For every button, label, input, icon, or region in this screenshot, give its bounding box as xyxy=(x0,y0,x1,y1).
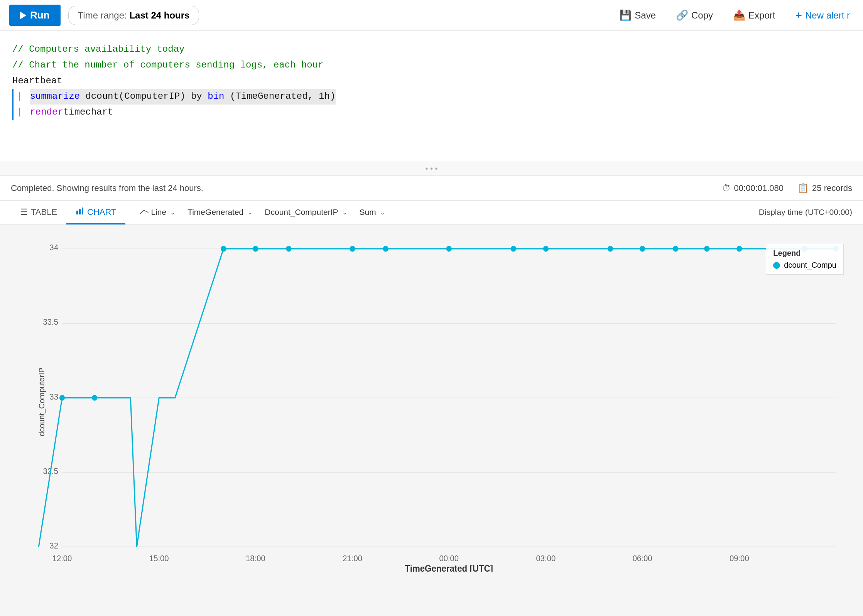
records-meta: 📋 25 records xyxy=(797,183,852,194)
time-range-label: Time range: xyxy=(78,10,127,20)
svg-point-25 xyxy=(253,246,258,251)
toolbar: Run Time range: Last 24 hours 💾 Save 🔗 C… xyxy=(0,0,863,31)
clock-icon: ⏱ xyxy=(722,183,731,194)
legend-entry: dcount_Compu xyxy=(773,261,836,270)
view-tabs: ☰ TABLE CHART Line ⌄ TimeGenerated xyxy=(0,201,863,224)
code-line-1: // Computers availability today xyxy=(12,42,851,57)
code-summarize-line: summarize dcount(ComputerIP) by bin (Tim… xyxy=(30,89,335,105)
copy-button[interactable]: 🔗 Copy xyxy=(672,7,717,24)
copy-label: Copy xyxy=(691,10,713,21)
dcount-selector[interactable]: Dcount_ComputerIP ⌄ xyxy=(259,206,352,218)
drag-handle[interactable]: • • • xyxy=(0,162,863,176)
svg-point-24 xyxy=(221,246,226,251)
svg-text:03:00: 03:00 xyxy=(536,554,556,563)
y-axis-label: dcount_ComputerIP xyxy=(37,368,46,436)
table-icon: ☰ xyxy=(20,207,28,217)
svg-text:TimeGenerated [UTC]: TimeGenerated [UTC] xyxy=(405,563,493,572)
svg-rect-0 xyxy=(76,211,78,214)
svg-text:12:00: 12:00 xyxy=(52,554,72,563)
chevron-sum: ⌄ xyxy=(380,209,385,216)
copy-icon: 🔗 xyxy=(676,9,688,21)
new-alert-label: New alert r xyxy=(805,10,850,21)
duration-value: 00:00:01.080 xyxy=(734,183,784,193)
svg-text:34: 34 xyxy=(49,243,58,252)
new-alert-button[interactable]: + New alert r xyxy=(791,7,854,24)
legend-series-label: dcount_Compu xyxy=(784,261,836,270)
tab-chart[interactable]: CHART xyxy=(66,201,125,224)
chart-legend: Legend dcount_Compu xyxy=(766,244,844,275)
code-keyword-summarize: summarize xyxy=(30,91,80,101)
code-line-4: | summarize dcount(ComputerIP) by bin (T… xyxy=(12,89,851,105)
svg-point-36 xyxy=(736,246,742,251)
svg-point-30 xyxy=(511,246,516,251)
svg-point-33 xyxy=(640,246,645,251)
sum-selector[interactable]: Sum ⌄ xyxy=(354,206,390,218)
dcount-label: Dcount_ComputerIP xyxy=(265,208,338,217)
results-bar: Completed. Showing results from the last… xyxy=(0,176,863,201)
svg-point-40 xyxy=(92,395,97,401)
sum-label: Sum xyxy=(360,208,376,217)
records-value: 25 records xyxy=(812,183,852,193)
toolbar-actions: 💾 Save 🔗 Copy 📤 Export + New alert r xyxy=(615,7,854,24)
svg-point-35 xyxy=(704,246,709,251)
legend-dot xyxy=(773,262,780,269)
export-button[interactable]: 📤 Export xyxy=(729,7,779,24)
code-pipe-1: | xyxy=(12,89,26,105)
plus-icon: + xyxy=(795,9,802,22)
svg-rect-2 xyxy=(82,208,83,214)
inline-controls: Line ⌄ TimeGenerated ⌄ Dcount_ComputerIP… xyxy=(135,206,390,218)
code-comment-2: // Chart the number of computers sending… xyxy=(12,57,324,73)
svg-text:33.5: 33.5 xyxy=(43,317,58,327)
chart-svg: 34 33.5 33 32.5 32 12:00 15:00 18:00 21:… xyxy=(31,232,851,572)
time-range-selector[interactable]: Time range: Last 24 hours xyxy=(68,6,199,25)
export-label: Export xyxy=(748,10,775,21)
code-line-2: // Chart the number of computers sending… xyxy=(12,57,851,73)
chart-wrap: dcount_ComputerIP 34 33.5 33 32.5 32 12:… xyxy=(31,232,851,572)
chevron-timegen: ⌄ xyxy=(247,209,252,216)
chevron-line: ⌄ xyxy=(170,209,175,216)
display-time: Display time (UTC+00:00) xyxy=(759,208,852,217)
save-label: Save xyxy=(635,10,656,21)
svg-text:06:00: 06:00 xyxy=(633,554,652,563)
code-table: Heartbeat xyxy=(12,73,62,89)
time-range-value: Last 24 hours xyxy=(129,10,189,20)
svg-point-32 xyxy=(608,246,613,251)
duration-meta: ⏱ 00:00:01.080 xyxy=(722,183,784,194)
tab-table[interactable]: ☰ TABLE xyxy=(11,201,66,224)
svg-text:21:00: 21:00 xyxy=(343,554,362,563)
run-button[interactable]: Run xyxy=(9,5,61,26)
svg-line-3 xyxy=(140,210,144,214)
line-icon xyxy=(140,208,149,217)
code-bin-args: (TimeGenerated, 1h) xyxy=(230,91,336,101)
code-editor[interactable]: // Computers availability today // Chart… xyxy=(0,31,863,162)
records-icon: 📋 xyxy=(797,183,809,194)
code-keyword-render: render xyxy=(30,105,63,120)
svg-text:15:00: 15:00 xyxy=(149,554,169,563)
chart-container: dcount_ComputerIP 34 33.5 33 32.5 32 12:… xyxy=(0,224,863,595)
svg-point-39 xyxy=(59,395,65,401)
drag-dots: • • • xyxy=(425,164,437,173)
code-line-3: Heartbeat xyxy=(12,73,851,89)
svg-point-28 xyxy=(383,246,388,251)
save-button[interactable]: 💾 Save xyxy=(615,7,660,24)
svg-rect-1 xyxy=(79,209,81,214)
time-generated-selector[interactable]: TimeGenerated ⌄ xyxy=(182,206,258,218)
svg-point-31 xyxy=(543,246,549,251)
svg-text:09:00: 09:00 xyxy=(730,554,749,563)
svg-point-26 xyxy=(286,246,291,251)
run-label: Run xyxy=(30,9,50,21)
code-dcount: dcount(ComputerIP) by xyxy=(85,91,208,101)
tab-table-label: TABLE xyxy=(31,207,57,217)
legend-title: Legend xyxy=(773,249,836,258)
code-line-5: | render timechart xyxy=(12,105,851,120)
tab-chart-label: CHART xyxy=(87,207,116,217)
save-icon: 💾 xyxy=(619,9,632,21)
export-icon: 📤 xyxy=(733,9,745,21)
svg-point-34 xyxy=(673,246,678,251)
line-selector[interactable]: Line ⌄ xyxy=(135,206,181,218)
svg-text:18:00: 18:00 xyxy=(246,554,265,563)
code-comment-1: // Computers availability today xyxy=(12,42,184,57)
code-render-value: timechart xyxy=(63,105,113,120)
time-generated-label: TimeGenerated xyxy=(187,208,243,217)
play-icon xyxy=(20,12,26,19)
